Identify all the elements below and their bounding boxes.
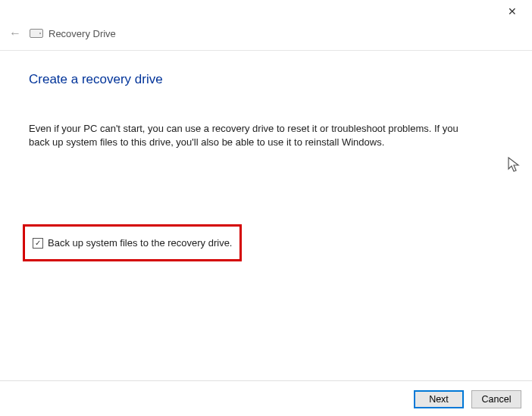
checkmark-icon: ✓ — [35, 239, 41, 247]
header-row: ← Recovery Drive — [0, 23, 532, 51]
next-button[interactable]: Next — [414, 390, 464, 408]
backup-checkbox[interactable]: ✓ — [33, 238, 43, 249]
back-arrow-icon: ← — [9, 27, 21, 40]
footer-separator — [0, 380, 532, 381]
back-button[interactable]: ← — [6, 24, 24, 42]
content-area: Create a recovery drive Even if your PC … — [0, 51, 532, 149]
close-button[interactable]: ✕ — [499, 1, 526, 22]
svg-point-1 — [39, 33, 41, 34]
button-row: Next Cancel — [414, 390, 521, 408]
page-heading: Create a recovery drive — [29, 72, 503, 87]
checkbox-highlight-box: ✓ Back up system files to the recovery d… — [23, 224, 242, 261]
description-text: Even if your PC can't start, you can use… — [29, 122, 468, 149]
cancel-button[interactable]: Cancel — [471, 390, 521, 408]
recovery-drive-icon — [29, 28, 44, 39]
cursor-icon — [508, 157, 521, 177]
backup-checkbox-label[interactable]: Back up system files to the recovery dri… — [48, 237, 232, 249]
window-title: Recovery Drive — [49, 28, 116, 39]
close-icon: ✕ — [508, 5, 517, 17]
titlebar: ✕ — [0, 0, 532, 23]
